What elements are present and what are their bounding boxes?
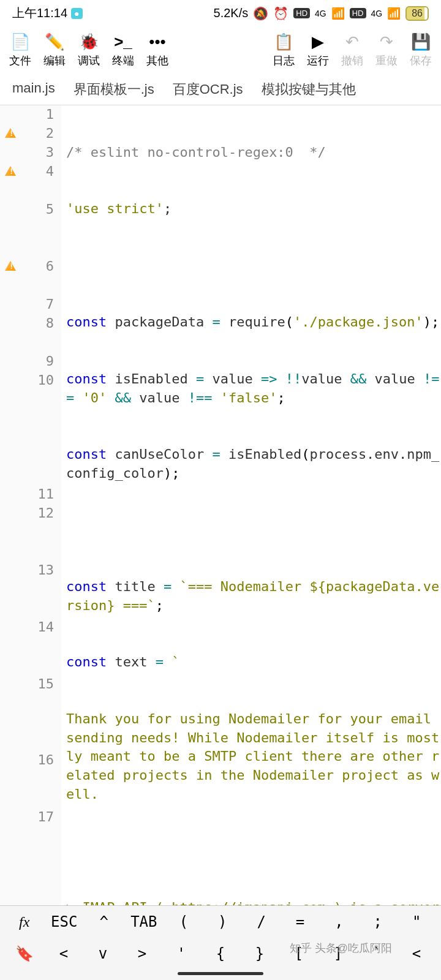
other-button[interactable]: ••• 其他 [146, 32, 168, 68]
file-icon: 📄 [10, 32, 30, 51]
key-row-1: fx ESC ^ TAB ( ) / = , ; " [0, 906, 441, 938]
signal-icon-2: 📶 [387, 7, 401, 20]
tab-key[interactable]: TAB [130, 913, 157, 930]
tab-template[interactable]: 界面模板一.js [74, 80, 154, 99]
status-bar: 上午11:14 ● 5.2K/s 🔕 ⏰ HD 4G 📶 HD 4G 📶 86 [0, 0, 441, 26]
left-key[interactable]: < [51, 945, 76, 962]
lt-key[interactable]: < [404, 945, 429, 962]
semicolon-key[interactable]: ; [366, 913, 390, 930]
save-icon: 💾 [411, 32, 431, 51]
more-icon: ••• [149, 32, 165, 51]
play-icon: ▶ [312, 32, 324, 51]
bug-icon: 🐞 [79, 32, 99, 51]
nav-indicator [178, 972, 263, 975]
edit-button[interactable]: ✏️ 编辑 [43, 32, 66, 68]
run-button[interactable]: ▶ 运行 [307, 32, 329, 68]
tab-ocr[interactable]: 百度OCR.js [173, 80, 243, 99]
redo-icon: ↷ [380, 32, 393, 51]
right-key[interactable]: > [130, 945, 154, 962]
undo-button[interactable]: ↶ 撤销 [341, 32, 363, 68]
hd-badge-2: HD [350, 8, 366, 18]
down-key[interactable]: v [91, 945, 115, 962]
equals-key[interactable]: = [288, 913, 312, 930]
network-type-2: 4G [371, 9, 383, 18]
toolbar: 📄 文件 ✏️ 编辑 🐞 调试 >_ 终端 ••• 其他 📋 日志 ▶ 运行 [0, 26, 441, 71]
code-editor[interactable]: 1234567891011121314151617 /* eslint no-c… [0, 105, 441, 980]
warning-icon [5, 128, 16, 138]
status-time: 上午11:14 [12, 5, 67, 21]
notification-badge: ● [71, 8, 82, 19]
squote-key[interactable]: ' [169, 945, 194, 962]
fx-key[interactable]: fx [12, 914, 37, 930]
file-button[interactable]: 📄 文件 [9, 32, 31, 68]
battery-indicator: 86 [405, 6, 429, 21]
terminal-button[interactable]: >_ 终端 [112, 32, 134, 68]
lparen-key[interactable]: ( [172, 913, 196, 930]
log-button[interactable]: 📋 日志 [273, 32, 295, 68]
mute-icon: 🔕 [253, 6, 268, 21]
esc-key[interactable]: ESC [51, 913, 77, 930]
code-area[interactable]: /* eslint no-control-regex:0 */ 'use str… [61, 105, 441, 980]
tabs-bar: main.js 界面模板一.js 百度OCR.js 模拟按键与其他 [0, 71, 441, 105]
rbrace-key[interactable]: } [247, 945, 272, 962]
network-type-1: 4G [315, 9, 326, 18]
comma-key[interactable]: , [326, 913, 351, 930]
warning-icon [5, 166, 16, 176]
bookmark-key[interactable]: 🔖 [12, 945, 37, 962]
dquote-key[interactable]: " [404, 913, 429, 930]
tab-simulate[interactable]: 模拟按键与其他 [262, 80, 356, 99]
watermark: 知乎 头条@吃瓜阿阳 [290, 941, 392, 956]
line-gutter: 1234567891011121314151617 [0, 105, 61, 980]
undo-icon: ↶ [345, 32, 359, 51]
hd-badge-1: HD [293, 8, 310, 18]
warning-icon [5, 261, 16, 271]
debug-button[interactable]: 🐞 调试 [78, 32, 100, 68]
caret-key[interactable]: ^ [92, 913, 116, 930]
network-speed: 5.2K/s [214, 6, 249, 20]
redo-button[interactable]: ↷ 重做 [375, 32, 398, 68]
clipboard-icon: 📋 [274, 32, 293, 51]
terminal-icon: >_ [114, 32, 132, 51]
pencil-icon: ✏️ [45, 32, 64, 51]
lbrace-key[interactable]: { [208, 945, 233, 962]
save-button[interactable]: 💾 保存 [410, 32, 432, 68]
rparen-key[interactable]: ) [210, 913, 235, 930]
alarm-icon: ⏰ [273, 6, 288, 21]
signal-icon-1: 📶 [331, 7, 345, 20]
slash-key[interactable]: / [249, 913, 274, 930]
tab-main[interactable]: main.js [12, 80, 55, 99]
